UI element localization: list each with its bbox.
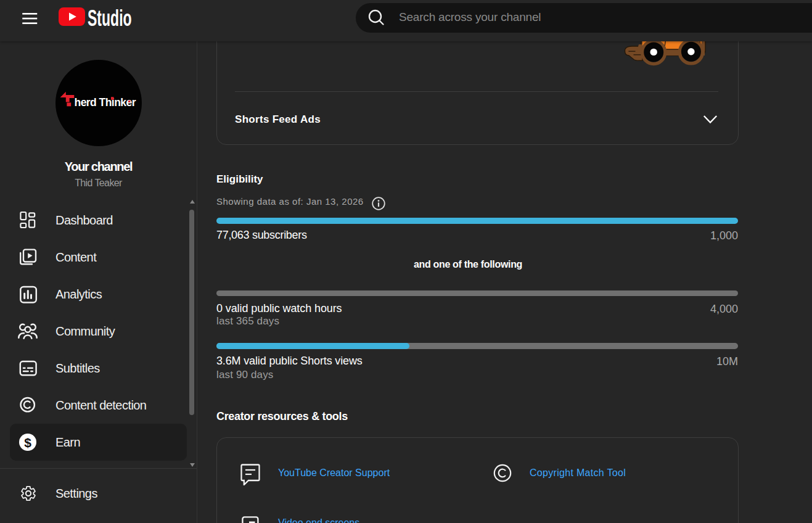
svg-text:herd Thinker: herd Thinker bbox=[75, 96, 136, 109]
svg-text:$: $ bbox=[24, 435, 31, 450]
